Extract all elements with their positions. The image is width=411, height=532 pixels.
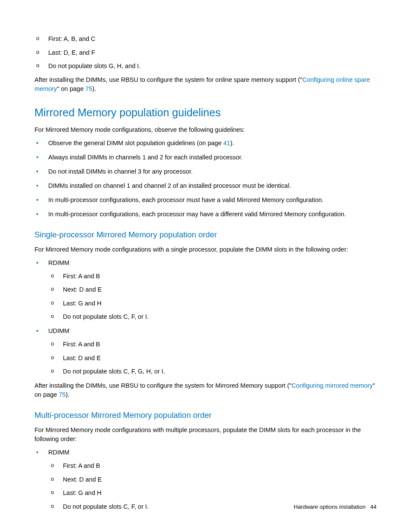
list-item: First: A, B, and C bbox=[34, 34, 377, 44]
list-item: Do not install DIMMs in channel 3 for an… bbox=[34, 167, 377, 176]
list-item-udimm: UDIMM First: A and B Last: D and E Do no… bbox=[34, 327, 377, 376]
list-item: First: A and B bbox=[49, 340, 377, 349]
list-item: Always install DIMMs in channels 1 and 2… bbox=[34, 153, 377, 162]
paragraph-guidelines-intro: For Mirrored Memory mode configurations,… bbox=[34, 125, 377, 134]
link-page-75b[interactable]: 75 bbox=[59, 391, 65, 398]
list-item: First: A and B bbox=[49, 272, 377, 281]
heading-multi-processor-order: Multi-processor Mirrored Memory populati… bbox=[34, 410, 377, 421]
footer-page-number: 44 bbox=[371, 504, 377, 510]
paragraph-spare-memory: After installing the DIMMs, use RBSU to … bbox=[34, 75, 377, 93]
list-item: In multi-processor configurations, each … bbox=[34, 210, 377, 219]
list-item: Last: D, E, and F bbox=[34, 48, 377, 57]
list-item: Last: G and H bbox=[49, 299, 377, 308]
list-item-rdimm: RDIMM First: A and B Next: D and E Last:… bbox=[34, 258, 377, 322]
page-footer: Hardware options installation 44 bbox=[294, 503, 377, 511]
list-item: DIMMs installed on channel 1 and channel… bbox=[34, 181, 377, 190]
list-item: Observe the general DIMM slot population… bbox=[34, 139, 377, 148]
list-item: Next: D and E bbox=[49, 475, 377, 484]
top-sublist: First: A, B, and C Last: D, E, and F Do … bbox=[34, 34, 377, 71]
list-item: Do not populate slots C, F, or I. bbox=[49, 312, 377, 321]
paragraph-single-intro: For Mirrored Memory mode configurations … bbox=[34, 245, 377, 254]
list-item: Do not populate slots C, F, G, H, or I. bbox=[49, 367, 377, 376]
heading-single-processor-order: Single-processor Mirrored Memory populat… bbox=[34, 229, 377, 241]
single-processor-list: RDIMM First: A and B Next: D and E Last:… bbox=[34, 258, 377, 376]
list-item: Last: G and H bbox=[49, 488, 377, 498]
link-configuring-mirrored-memory[interactable]: Configuring mirrored memory bbox=[292, 382, 373, 389]
heading-mirrored-memory-guidelines: Mirrored Memory population guidelines bbox=[34, 105, 377, 120]
guidelines-list: Observe the general DIMM slot population… bbox=[34, 139, 377, 219]
list-item: Next: D and E bbox=[49, 285, 377, 294]
list-item: In multi-processor configurations, each … bbox=[34, 196, 377, 205]
list-item: Last: D and E bbox=[49, 354, 377, 363]
link-page-75a[interactable]: 75 bbox=[85, 85, 92, 92]
paragraph-mirrored-support: After installing the DIMMs, use RBSU to … bbox=[34, 381, 377, 399]
link-page-41[interactable]: 41 bbox=[223, 140, 230, 146]
list-item: Do not populate slots G, H, and I. bbox=[34, 62, 377, 71]
multi-processor-list: RDIMM First: A and B Next: D and E Last:… bbox=[34, 448, 377, 511]
list-item-rdimm: RDIMM First: A and B Next: D and E Last:… bbox=[34, 448, 377, 511]
footer-section: Hardware options installation bbox=[294, 504, 366, 510]
list-item: First: A and B bbox=[49, 461, 377, 470]
paragraph-multi-intro: For Mirrored Memory mode configurations … bbox=[34, 426, 377, 444]
